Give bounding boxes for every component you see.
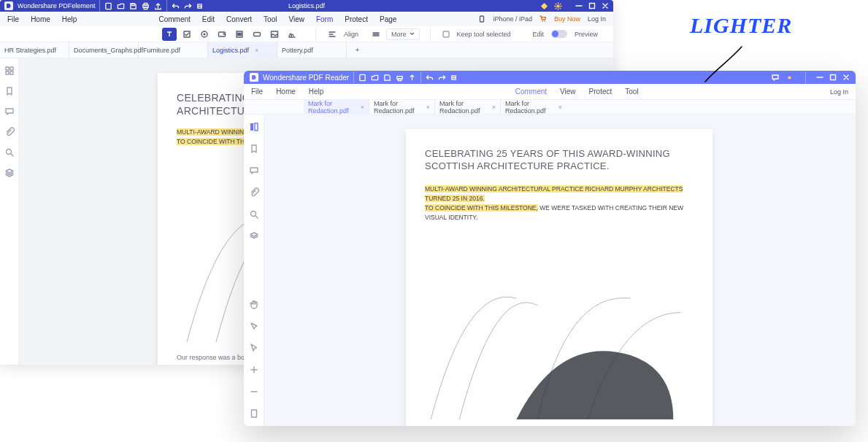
- tab-close-icon[interactable]: ×: [426, 104, 430, 111]
- tab-comment[interactable]: Comment: [515, 88, 547, 96]
- tab-edit[interactable]: Edit: [202, 15, 215, 23]
- tab-protect[interactable]: Protect: [345, 15, 368, 23]
- menu-help[interactable]: Help: [309, 88, 324, 96]
- redo-icon[interactable]: [438, 74, 446, 82]
- radio-tool[interactable]: [197, 28, 212, 41]
- preview-label[interactable]: Preview: [570, 31, 602, 38]
- bookmark-icon[interactable]: [4, 86, 15, 96]
- menu-file[interactable]: File: [7, 15, 19, 23]
- dropdown-icon[interactable]: [450, 74, 457, 81]
- doc-tab[interactable]: Mark for Redaction.pdf×: [369, 100, 435, 115]
- device-label[interactable]: iPhone / iPad: [493, 15, 532, 23]
- tab-form[interactable]: Form: [316, 15, 333, 23]
- share-icon[interactable]: [408, 74, 416, 82]
- checkbox-icon[interactable]: [442, 31, 450, 38]
- menu-file[interactable]: File: [251, 88, 263, 96]
- more-icon[interactable]: [372, 30, 380, 39]
- window-titlebar[interactable]: Wondershare PDFelement Logistics.pdf: [0, 0, 613, 12]
- tab-convert[interactable]: Convert: [226, 15, 252, 23]
- login-link[interactable]: Log In: [830, 88, 848, 96]
- signature-tool[interactable]: [285, 28, 299, 41]
- page-icon[interactable]: [249, 408, 259, 419]
- bookmark-icon[interactable]: [249, 144, 259, 154]
- tab-close-icon[interactable]: ×: [492, 104, 496, 111]
- tab-comment[interactable]: Comment: [158, 15, 190, 23]
- align-label[interactable]: Align: [339, 31, 363, 38]
- layers-icon[interactable]: [4, 168, 15, 178]
- menu-home[interactable]: Home: [276, 88, 296, 96]
- brightness-icon[interactable]: [786, 74, 794, 82]
- doc-tab[interactable]: HR Strategies.pdf: [0, 42, 69, 58]
- doc-tab[interactable]: Mark for Redaction.pdf×: [501, 100, 566, 115]
- arrow-icon[interactable]: [249, 343, 259, 353]
- menu-home[interactable]: Home: [31, 15, 50, 23]
- doc-tab[interactable]: Documents_Graphs.pdf: [69, 42, 139, 58]
- undo-icon[interactable]: [172, 2, 180, 10]
- toggle-switch[interactable]: [551, 30, 567, 38]
- listbox-tool[interactable]: [232, 28, 247, 41]
- chat-icon[interactable]: [771, 73, 780, 82]
- more-dropdown[interactable]: More: [386, 28, 420, 40]
- tab-close-icon[interactable]: ×: [558, 104, 562, 111]
- doc-tab[interactable]: Mark for Redaction.pdf×: [304, 100, 369, 115]
- thumbnails-icon[interactable]: [4, 66, 15, 76]
- button-tool[interactable]: [250, 28, 264, 41]
- print-icon[interactable]: [142, 2, 150, 10]
- select-icon[interactable]: [249, 321, 259, 331]
- close-icon[interactable]: [842, 74, 850, 81]
- dropdown-icon[interactable]: [196, 3, 203, 9]
- document-canvas[interactable]: CELEBRATING 25 YEARS OF THIS AWARD-WINNI…: [264, 115, 856, 426]
- tab-close-icon[interactable]: ×: [361, 104, 364, 111]
- keep-tool-label[interactable]: Keep tool selected: [453, 31, 515, 38]
- diamond-icon[interactable]: [540, 2, 548, 10]
- align-icon[interactable]: [328, 30, 337, 39]
- tab-tool[interactable]: Tool: [625, 88, 638, 96]
- tab-close-icon[interactable]: ×: [255, 47, 258, 54]
- close-icon[interactable]: [602, 2, 609, 9]
- dropdown-tool[interactable]: [215, 28, 229, 41]
- checkbox-tool[interactable]: [180, 28, 194, 41]
- buy-now-link[interactable]: Buy Now: [554, 15, 580, 23]
- thumbnails-icon[interactable]: [249, 122, 259, 132]
- doc-tab[interactable]: Pottery.pdf: [277, 42, 347, 58]
- share-icon[interactable]: [154, 2, 162, 10]
- comments-icon[interactable]: [249, 166, 259, 176]
- doc-tab[interactable]: Furniture.pdf: [139, 42, 208, 58]
- new-icon[interactable]: [104, 2, 112, 10]
- tab-tool[interactable]: Tool: [264, 15, 277, 23]
- search-icon[interactable]: [4, 147, 15, 158]
- comments-icon[interactable]: [4, 106, 15, 117]
- new-icon[interactable]: [358, 74, 366, 82]
- window-titlebar[interactable]: Wondershare PDF Reader: [244, 71, 856, 84]
- save-icon[interactable]: [129, 2, 137, 10]
- search-icon[interactable]: [249, 209, 259, 220]
- minus-icon[interactable]: [249, 387, 259, 397]
- login-link[interactable]: Log In: [588, 15, 606, 23]
- undo-icon[interactable]: [426, 74, 434, 82]
- minimize-icon[interactable]: [575, 2, 583, 9]
- print-icon[interactable]: [396, 74, 404, 82]
- attachments-icon[interactable]: [4, 127, 15, 137]
- save-icon[interactable]: [383, 74, 391, 82]
- image-tool[interactable]: [267, 28, 282, 41]
- new-tab-button[interactable]: ＋: [347, 42, 367, 58]
- brightness-icon[interactable]: [554, 2, 562, 10]
- doc-tab[interactable]: Logistics.pdf×: [208, 42, 277, 58]
- minimize-icon[interactable]: [816, 74, 823, 81]
- menu-help[interactable]: Help: [62, 15, 77, 23]
- tab-page[interactable]: Page: [380, 15, 396, 23]
- tab-view[interactable]: View: [288, 15, 304, 23]
- maximize-icon[interactable]: [829, 74, 837, 81]
- edit-label[interactable]: Edit: [529, 31, 549, 38]
- layers-icon[interactable]: [249, 231, 259, 241]
- doc-tab[interactable]: Mark for Redaction.pdf×: [435, 100, 501, 115]
- plus-icon[interactable]: [249, 365, 259, 375]
- attachments-icon[interactable]: [249, 187, 259, 198]
- maximize-icon[interactable]: [588, 2, 596, 9]
- tab-protect[interactable]: Protect: [589, 88, 612, 96]
- redo-icon[interactable]: [184, 2, 192, 10]
- open-icon[interactable]: [371, 74, 379, 82]
- open-icon[interactable]: [117, 2, 125, 10]
- tab-view[interactable]: View: [560, 88, 576, 96]
- hand-icon[interactable]: [249, 299, 259, 309]
